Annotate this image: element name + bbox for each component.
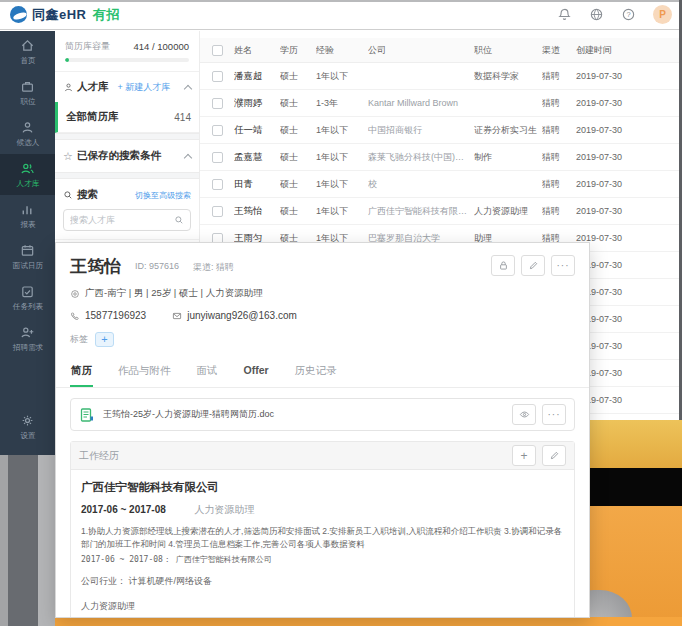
sidebar-item-settings[interactable]: 设置	[0, 406, 55, 447]
table-row[interactable]: 王筠怡硕士1年以下广西佳宁智能科技有限公司人力资源助理猎聘2019-07-30	[200, 198, 680, 225]
col-company: 公司	[368, 44, 474, 57]
experience-title-line: 人力资源助理	[81, 599, 564, 615]
search-input-wrapper	[63, 209, 191, 231]
edit-button[interactable]	[521, 255, 545, 276]
row-checkbox[interactable]	[212, 125, 223, 136]
table-row[interactable]: 濮雨婷硕士1-3年Kantar Millward Brown猎聘2019-07-…	[200, 90, 680, 117]
preview-button[interactable]	[512, 404, 536, 425]
candidate-email: junyiwang926@163.com	[172, 310, 297, 321]
col-created: 创建时间	[576, 44, 680, 57]
eye-icon	[519, 409, 530, 420]
notifications-bell-icon[interactable]	[557, 7, 572, 22]
sidebar-item-label: 候选人	[16, 137, 39, 147]
tab-interview[interactable]: 面试	[196, 358, 219, 387]
cell-chan: 猎聘	[542, 205, 576, 218]
cell-company: 中国招商银行	[368, 124, 474, 137]
cell-date: 2019-07-30	[576, 287, 680, 297]
tab-attachments[interactable]: 作品与附件	[117, 358, 172, 387]
search-icon	[63, 190, 73, 200]
cell-date: 2019-07-30	[576, 206, 680, 216]
chevron-up-icon[interactable]	[184, 84, 192, 92]
lock-button[interactable]	[491, 255, 515, 276]
sidebar-item-task-list[interactable]: 任务列表	[0, 277, 55, 318]
sidebar-item-talent-pool[interactable]: 人才库	[0, 154, 55, 195]
search-section-label: 搜索	[77, 188, 98, 202]
more-button[interactable]: ···	[551, 255, 575, 276]
experience-title: 人力资源助理	[195, 504, 255, 515]
sidebar-item-candidates[interactable]: 候选人	[0, 113, 55, 154]
talent-lib-title: 人才库	[77, 80, 109, 94]
table-row[interactable]: 潘嘉超硕士1年以下数据科学家猎聘2019-07-30	[200, 63, 680, 90]
cell-company: Kantar Millward Brown	[368, 98, 474, 108]
language-globe-icon[interactable]	[589, 7, 604, 22]
add-tag-button[interactable]: +	[95, 332, 114, 347]
user-plus-icon	[20, 325, 35, 340]
modal-tabs: 简历 作品与附件 面试 Offer 历史记录	[56, 358, 589, 388]
table-row[interactable]: 孟嘉慧硕士1年以下森莱飞驰分科技(中国)有限公司制作猎聘2019-07-30	[200, 144, 680, 171]
cell-date: 2019-07-30	[576, 314, 680, 324]
capacity-label: 简历库容量	[65, 40, 110, 53]
sidebar-item-label: 首页	[20, 55, 35, 65]
all-resume-lib-item[interactable]: 全部简历库 414	[55, 102, 199, 133]
cell-deg: 硕士	[280, 178, 316, 191]
window-top-edge	[0, 0, 682, 2]
tab-history[interactable]: 历史记录	[294, 358, 338, 387]
pencil-icon	[528, 260, 539, 271]
user-avatar[interactable]: P	[653, 5, 672, 24]
add-experience-button[interactable]: +	[512, 445, 536, 466]
cell-name[interactable]: 潘嘉超	[234, 70, 280, 83]
cell-name[interactable]: 濮雨婷	[234, 97, 280, 110]
tab-offer[interactable]: Offer	[243, 358, 270, 387]
all-resume-lib-count: 414	[174, 112, 191, 123]
cell-exp: 1年以下	[316, 70, 368, 83]
edit-experience-button[interactable]	[542, 445, 566, 466]
select-all-checkbox[interactable]	[212, 45, 223, 56]
candidate-name: 王筠怡	[70, 255, 121, 278]
col-position: 职位	[474, 44, 542, 57]
tab-resume[interactable]: 简历	[70, 358, 93, 387]
experience-industry-line: 公司行业： 计算机硬件/网络设备	[81, 574, 564, 590]
sidebar-item-jobs[interactable]: 职位	[0, 72, 55, 113]
table-row[interactable]: 任一靖硕士1年以下中国招商银行证券分析实习生猎聘2019-07-30	[200, 117, 680, 144]
cell-name[interactable]: 王筠怡	[234, 205, 280, 218]
cell-date: 2019-07-30	[576, 98, 680, 108]
row-checkbox[interactable]	[212, 152, 223, 163]
sidebar-item-label: 职位	[20, 96, 35, 106]
experience-company: 广西佳宁智能科技有限公司	[81, 480, 564, 495]
cell-chan: 猎聘	[542, 97, 576, 110]
cell-pos: 数据科学家	[474, 70, 542, 83]
cell-deg: 硕士	[280, 70, 316, 83]
row-checkbox[interactable]	[212, 206, 223, 217]
chevron-up-icon[interactable]	[184, 153, 192, 161]
saved-search-section[interactable]: ☆ 已保存的搜索条件	[55, 140, 199, 172]
all-resume-lib-label: 全部简历库	[66, 110, 119, 124]
candidate-phone: 15877196923	[70, 310, 146, 321]
attachment-more-button[interactable]: ···	[542, 404, 566, 425]
col-channel: 渠道	[542, 44, 576, 57]
tag-label: 标签	[70, 333, 88, 346]
mail-icon	[172, 311, 182, 321]
sidebar-item-reports[interactable]: 报表	[0, 195, 55, 236]
cell-company: 校	[368, 178, 474, 191]
resume-attachment-card[interactable]: 王筠怡-25岁-人力资源助理-猎聘网简历.doc ···	[70, 398, 575, 431]
new-talent-lib-link[interactable]: + 新建人才库	[118, 81, 171, 94]
cell-date: 2019-07-30	[576, 179, 680, 189]
sidebar-item-interview-calendar[interactable]: 面试日历	[0, 236, 55, 277]
cell-name[interactable]: 孟嘉慧	[234, 151, 280, 164]
row-checkbox[interactable]	[212, 179, 223, 190]
search-input[interactable]	[70, 215, 174, 225]
lock-icon	[498, 260, 509, 271]
row-checkbox[interactable]	[212, 98, 223, 109]
help-icon[interactable]	[621, 7, 636, 22]
sidebar-item-home[interactable]: 首页	[0, 31, 55, 72]
row-checkbox[interactable]	[212, 71, 223, 82]
sidebar-item-hiring-requests[interactable]: 招聘需求	[0, 318, 55, 359]
table-row[interactable]: 田青硕士1年以下校猎聘2019-07-30	[200, 171, 680, 198]
search-icon[interactable]	[174, 215, 184, 225]
cell-name[interactable]: 田青	[234, 178, 280, 191]
cell-deg: 硕士	[280, 97, 316, 110]
cell-date: 2019-07-30	[576, 152, 680, 162]
advanced-search-link[interactable]: 切换至高级搜索	[135, 190, 191, 201]
brand-name: 同鑫eHR	[32, 6, 87, 24]
cell-name[interactable]: 任一靖	[234, 124, 280, 137]
